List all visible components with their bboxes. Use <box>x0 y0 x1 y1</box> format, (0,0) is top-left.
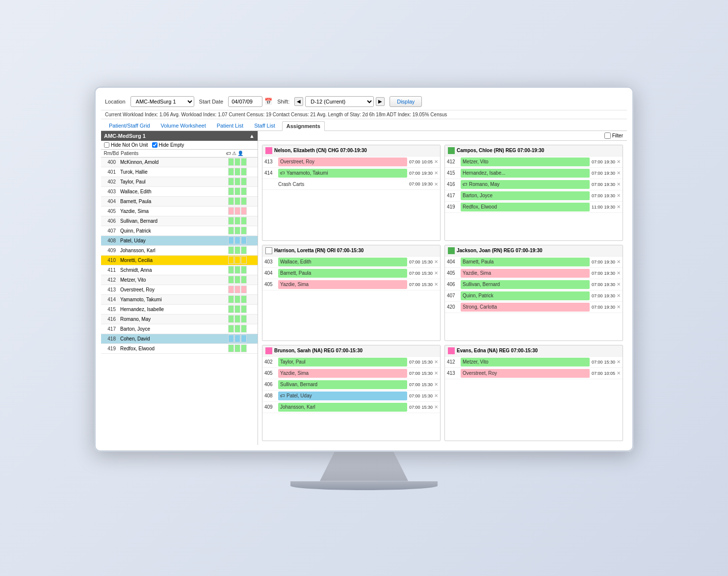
list-item[interactable]: 419 Redfox, Elwood <box>101 344 258 354</box>
remove-icon[interactable]: ✕ <box>617 359 621 365</box>
shift-next-arrow[interactable]: ▶ <box>376 97 385 106</box>
remove-icon[interactable]: ✕ <box>434 259 438 264</box>
list-item[interactable]: 411 Schmidt, Anna <box>101 265 258 275</box>
tab-patient-list[interactable]: Patient List <box>213 121 247 130</box>
remove-icon[interactable]: ✕ <box>434 182 438 187</box>
patient-bar <box>241 344 247 352</box>
remove-icon[interactable]: ✕ <box>434 393 438 398</box>
hide-empty-checkbox[interactable] <box>152 142 157 148</box>
remove-icon[interactable]: ✕ <box>617 304 621 310</box>
table-row[interactable]: 406 Sullivan, Bernard 07:00 15:30 ✕ <box>262 379 440 391</box>
list-item[interactable]: 413 Overstreet, Roy <box>101 285 258 295</box>
remove-icon[interactable]: ✕ <box>617 159 621 164</box>
list-item[interactable]: 412 Metzer, Vito <box>101 275 258 285</box>
table-row[interactable]: 405 Yazdie, Sima 07:00 15:30 ✕ <box>262 368 440 379</box>
tab-assignments[interactable]: Assignments <box>282 121 325 131</box>
list-item[interactable]: 409 Johansson, Karl <box>101 246 258 256</box>
table-row[interactable]: 408 🏷 Patel, Uday 07:00 15:30 ✕ <box>262 391 440 402</box>
list-item[interactable]: 407 Quinn, Patrick <box>101 226 258 236</box>
table-row[interactable]: 404 Barnett, Paula 07:00 19:30 ✕ <box>445 257 623 268</box>
calendar-icon[interactable]: 📅 <box>264 98 272 105</box>
patient-bars <box>228 325 258 333</box>
remove-icon[interactable]: ✕ <box>434 370 438 376</box>
table-row[interactable]: 405 Yazdie, Sima 07:00 19:30 ✕ <box>445 268 623 279</box>
room-number: 413 <box>101 287 119 292</box>
table-row[interactable]: 415 Hernandez, Isabe... 07:00 19:30 ✕ <box>445 168 623 179</box>
time-start: 07:00 <box>409 393 420 398</box>
table-row[interactable]: 419 Redfox, Elwood 11:00 19:30 ✕ <box>445 202 623 213</box>
room-number: 411 <box>101 267 119 273</box>
table-row[interactable]: 407 Quinn, Patrick 07:00 19:30 ✕ <box>445 290 623 302</box>
location-select[interactable]: AMC-MedSurg 1 <box>130 96 194 107</box>
remove-icon[interactable]: ✕ <box>434 282 438 287</box>
table-row[interactable]: 412 Metzer, Vito 07:00 15:30 ✕ <box>445 357 623 368</box>
list-item[interactable]: 414 Yamamoto, Takumi <box>101 295 258 305</box>
remove-icon[interactable]: ✕ <box>434 159 438 164</box>
list-item[interactable]: 416 Romano, May <box>101 314 258 324</box>
remove-icon[interactable]: ✕ <box>617 370 621 376</box>
table-row[interactable]: 402 Taylor, Paul 07:00 15:30 ✕ <box>262 357 440 368</box>
location-label: Location <box>105 99 126 105</box>
list-item[interactable]: 404 Barnett, Paula <box>101 197 258 207</box>
table-row[interactable]: 405 Yazdie, Sima 07:00 15:30 ✕ <box>262 279 440 290</box>
remove-icon[interactable]: ✕ <box>434 404 438 410</box>
list-item[interactable]: 400 McKinnon, Arnold <box>101 157 258 167</box>
shift-prev-arrow[interactable]: ◀ <box>294 97 303 106</box>
time-end: 19:30 <box>604 293 615 298</box>
screen: Location AMC-MedSurg 1 Start Date 📅 Shif… <box>94 86 634 452</box>
tab-volume-worksheet[interactable]: Volume Worksheet <box>157 121 210 130</box>
list-item[interactable]: 415 Hernandez, Isabelle <box>101 305 258 314</box>
remove-icon[interactable]: ✕ <box>617 259 621 264</box>
remove-icon[interactable]: ✕ <box>617 204 621 209</box>
remove-icon[interactable]: ✕ <box>617 193 621 198</box>
date-input[interactable] <box>228 96 262 107</box>
assign-times: 07:00 19:30 ✕ <box>592 159 621 164</box>
time-end: 15:30 <box>421 260 433 264</box>
filter-checkbox[interactable] <box>604 132 611 139</box>
list-item[interactable]: 406 Sullivan, Bernard <box>101 216 258 226</box>
list-item[interactable]: 408 Patel, Uday <box>101 236 258 246</box>
remove-icon[interactable]: ✕ <box>434 270 438 276</box>
col-icons-header: 🏷 ⚠ 👤 <box>226 151 256 156</box>
table-row[interactable]: 403 Wallace, Edith 07:00 15:30 ✕ <box>262 257 440 268</box>
hide-not-on-unit-checkbox[interactable] <box>104 142 109 148</box>
display-button[interactable]: Display <box>390 96 422 107</box>
table-row[interactable]: 414 🏷 Yamamoto, Takumi 07:00 19:30 ✕ <box>262 168 440 179</box>
table-row[interactable]: 409 Johansson, Karl 07:00 15:30 ✕ <box>262 402 440 413</box>
table-row[interactable]: 404 Barnett, Paula 07:00 15:30 ✕ <box>262 268 440 279</box>
table-row[interactable]: 417 Barton, Joyce 07:00 19:30 ✕ <box>445 190 623 202</box>
shift-select[interactable]: D-12 (Current) <box>305 96 374 107</box>
list-item[interactable]: 418 Cohen, David <box>101 334 258 344</box>
list-item[interactable]: 417 Barton, Joyce <box>101 324 258 334</box>
table-row[interactable]: 406 Sullivan, Bernard 07:00 19:30 ✕ <box>445 279 623 290</box>
list-item[interactable]: 403 Wallace, Edith <box>101 187 258 197</box>
patient-bar: Yazdie, Sima <box>461 269 590 278</box>
patient-bar <box>234 276 240 284</box>
remove-icon[interactable]: ✕ <box>434 382 438 387</box>
tab-staff-list[interactable]: Staff List <box>250 121 279 130</box>
shift-label: Shift: <box>277 99 289 105</box>
table-row[interactable]: 413 Overstreet, Roy 07:00 10:05 ✕ <box>262 157 440 168</box>
list-item[interactable]: 405 Yazdie, Sima <box>101 207 258 216</box>
assign-times: 07:00 19:30 ✕ <box>409 182 438 187</box>
remove-icon[interactable]: ✕ <box>617 293 621 298</box>
list-item[interactable]: 401 Turok, Hallie <box>101 167 258 177</box>
tab-patient-staff-grid[interactable]: Patient/Staff Grid <box>105 121 154 130</box>
assign-times: 07:00 10:05 ✕ <box>409 159 438 164</box>
remove-icon[interactable]: ✕ <box>617 170 621 176</box>
remove-icon[interactable]: ✕ <box>617 270 621 276</box>
patient-bar <box>228 305 234 313</box>
remove-icon[interactable]: ✕ <box>617 282 621 287</box>
patient-bar <box>241 168 247 176</box>
list-item[interactable]: 410 Moretti, Cecilia <box>101 256 258 265</box>
remove-icon[interactable]: ✕ <box>434 170 438 176</box>
patient-bar <box>228 256 234 264</box>
patient-name: Quinn, Patrick <box>463 293 494 298</box>
table-row[interactable]: 412 Metzer, Vito 07:00 19:30 ✕ <box>445 157 623 168</box>
table-row[interactable]: 420 Strong, Carlotta 07:00 19:30 ✕ <box>445 302 623 313</box>
table-row[interactable]: 416 🏷 Romano, May 07:00 19:30 ✕ <box>445 179 623 190</box>
table-row[interactable]: 413 Overstreet, Roy 07:00 10:05 ✕ <box>445 368 623 379</box>
list-item[interactable]: 402 Taylor, Paul <box>101 177 258 187</box>
remove-icon[interactable]: ✕ <box>434 359 438 365</box>
remove-icon[interactable]: ✕ <box>617 182 621 187</box>
